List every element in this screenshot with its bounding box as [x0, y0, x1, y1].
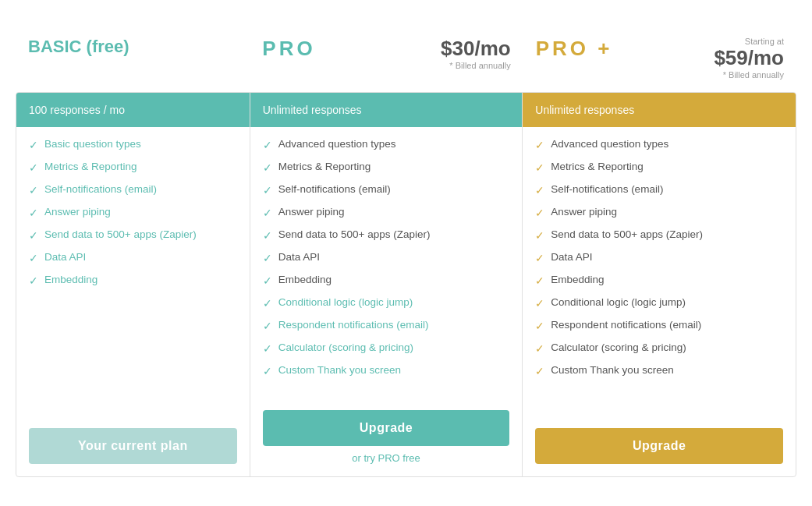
list-item: ✓ Data API: [535, 251, 783, 264]
check-icon: ✓: [29, 207, 38, 219]
feature-label: Self-notifications (email): [551, 183, 663, 195]
feature-label: Custom Thank you screen: [278, 364, 401, 376]
feature-label: Embedding: [278, 274, 332, 285]
feature-label: Advanced question types: [278, 138, 396, 150]
list-item: ✓ Advanced question types: [535, 138, 783, 151]
pro-title-area: PRO $30/mo * Billed annually: [250, 29, 523, 92]
feature-label: Metrics & Reporting: [44, 161, 137, 172]
check-icon: ✓: [29, 139, 38, 151]
check-icon: ✓: [29, 252, 38, 264]
proplus-billed: * Billed annually: [714, 70, 784, 80]
proplus-upgrade-button[interactable]: Upgrade: [535, 428, 783, 464]
pro-feature-list: ✓ Advanced question types ✓ Metrics & Re…: [250, 127, 523, 398]
check-icon: ✓: [535, 320, 544, 332]
list-item: ✓ Answer piping: [263, 206, 510, 219]
list-item: ✓ Conditional logic (logic jump): [535, 296, 783, 310]
pro-price: $30/mo: [441, 37, 511, 61]
list-item: ✓ Respondent notifications (email): [263, 319, 510, 332]
check-icon: ✓: [29, 229, 38, 242]
check-icon: ✓: [263, 252, 272, 264]
check-icon: ✓: [535, 229, 544, 242]
check-icon: ✓: [535, 342, 544, 355]
list-item: ✓ Data API: [29, 251, 237, 264]
list-item: ✓ Data API: [263, 251, 510, 264]
list-item: ✓ Answer piping: [535, 206, 783, 219]
check-icon: ✓: [263, 139, 272, 151]
proplus-price-block: Starting at $59/mo * Billed annually: [714, 37, 784, 80]
basic-btn-area: Your current plan: [16, 416, 250, 476]
check-icon: ✓: [29, 184, 38, 196]
list-item: ✓ Embedding: [263, 274, 510, 287]
feature-label: Data API: [44, 251, 86, 263]
feature-label: Advanced question types: [551, 138, 668, 150]
try-free-link[interactable]: or try PRO free: [352, 452, 420, 464]
check-icon: ✓: [263, 274, 272, 287]
feature-label: Send data to 500+ apps (Zapier): [44, 228, 197, 240]
check-icon: ✓: [535, 297, 544, 310]
check-icon: ✓: [535, 274, 544, 287]
list-item: ✓ Calculator (scoring & pricing): [263, 341, 510, 355]
check-icon: ✓: [535, 207, 544, 219]
check-icon: ✓: [263, 161, 272, 174]
list-item: ✓ Custom Thank you screen: [535, 364, 783, 377]
feature-label: Answer piping: [44, 206, 111, 218]
check-icon: ✓: [29, 161, 38, 174]
proplus-title-area: PRO + Starting at $59/mo * Billed annual…: [523, 29, 796, 92]
proplus-feature-list: ✓ Advanced question types ✓ Metrics & Re…: [523, 127, 796, 416]
feature-label: Embedding: [44, 274, 98, 285]
feature-label: Answer piping: [551, 206, 617, 218]
list-item: ✓ Self-notifications (email): [29, 183, 237, 196]
list-item: ✓ Basic question types: [29, 138, 237, 151]
check-icon: ✓: [29, 274, 38, 287]
list-item: ✓ Send data to 500+ apps (Zapier): [535, 228, 783, 242]
feature-label: Basic question types: [44, 138, 141, 150]
check-icon: ✓: [535, 365, 544, 377]
basic-title-area: BASIC (free): [16, 29, 250, 92]
current-plan-button[interactable]: Your current plan: [29, 428, 237, 464]
feature-label: Data API: [551, 251, 592, 263]
list-item: ✓ Respondent notifications (email): [535, 319, 783, 332]
check-icon: ✓: [535, 139, 544, 151]
feature-label: Embedding: [551, 274, 604, 285]
list-item: ✓ Calculator (scoring & pricing): [535, 341, 783, 355]
pricing-table: 100 responses / mo ✓ Basic question type…: [16, 92, 796, 477]
check-icon: ✓: [263, 297, 272, 310]
check-icon: ✓: [263, 184, 272, 196]
list-item: ✓ Self-notifications (email): [535, 183, 783, 196]
pro-price-block: $30/mo * Billed annually: [441, 37, 511, 70]
check-icon: ✓: [263, 365, 272, 377]
proplus-starting: Starting at: [714, 37, 784, 46]
titles-row: BASIC (free) PRO $30/mo * Billed annuall…: [16, 29, 796, 92]
pro-upgrade-button[interactable]: Upgrade: [263, 410, 510, 446]
basic-response-banner: 100 responses / mo: [16, 93, 250, 127]
check-icon: ✓: [263, 207, 272, 219]
feature-label: Conditional logic (logic jump): [278, 296, 413, 308]
basic-plan-name: BASIC (free): [28, 37, 129, 56]
feature-label: Custom Thank you screen: [551, 364, 673, 376]
pro-billed: * Billed annually: [441, 61, 511, 70]
list-item: ✓ Advanced question types: [263, 138, 510, 151]
feature-label: Answer piping: [278, 206, 345, 218]
feature-label: Conditional logic (logic jump): [551, 296, 686, 308]
feature-label: Data API: [278, 251, 320, 263]
list-item: ✓ Metrics & Reporting: [263, 161, 510, 174]
feature-label: Calculator (scoring & pricing): [551, 341, 686, 353]
feature-label: Send data to 500+ apps (Zapier): [278, 228, 431, 240]
pro-plan-name: PRO: [262, 37, 315, 61]
list-item: ✓ Embedding: [29, 274, 237, 287]
check-icon: ✓: [535, 161, 544, 174]
proplus-btn-area: Upgrade: [523, 416, 796, 476]
feature-label: Send data to 500+ apps (Zapier): [551, 228, 703, 240]
feature-label: Respondent notifications (email): [278, 319, 429, 331]
proplus-column: Unlimited responses ✓ Advanced question …: [523, 93, 796, 476]
proplus-price: $59/mo: [714, 46, 784, 70]
list-item: ✓ Custom Thank you screen: [263, 364, 510, 377]
list-item: ✓ Answer piping: [29, 206, 237, 219]
pro-btn-area: Upgrade or try PRO free: [250, 398, 523, 476]
list-item: ✓ Send data to 500+ apps (Zapier): [263, 228, 510, 242]
check-icon: ✓: [263, 229, 272, 242]
feature-label: Self-notifications (email): [44, 183, 157, 195]
check-icon: ✓: [535, 252, 544, 264]
list-item: ✓ Metrics & Reporting: [29, 161, 237, 174]
pricing-page: BASIC (free) PRO $30/mo * Billed annuall…: [16, 29, 796, 477]
